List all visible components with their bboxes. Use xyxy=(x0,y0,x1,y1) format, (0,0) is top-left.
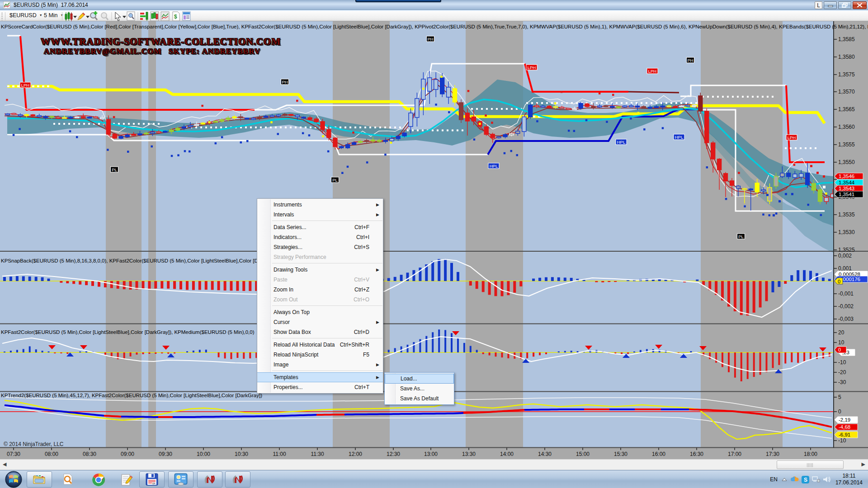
svg-text:10:30: 10:30 xyxy=(235,451,248,457)
svg-text:1,3555: 1,3555 xyxy=(838,141,855,148)
svg-text:5: 5 xyxy=(838,394,841,400)
svg-text:64: 64 xyxy=(152,482,156,485)
svg-text:10: 10 xyxy=(838,339,844,346)
svg-text:15:30: 15:30 xyxy=(614,451,627,457)
svg-text:17:00: 17:00 xyxy=(728,451,741,457)
svg-text:-2,19: -2,19 xyxy=(839,417,850,422)
svg-text:09:00: 09:00 xyxy=(121,451,134,457)
svg-text:PL: PL xyxy=(112,167,117,172)
svg-text:18:00: 18:00 xyxy=(804,451,817,457)
svg-text:1,3550: 1,3550 xyxy=(838,159,855,165)
svg-text:20: 20 xyxy=(838,329,844,336)
svg-text:0,002: 0,002 xyxy=(838,253,852,259)
svg-text:08:30: 08:30 xyxy=(83,451,96,457)
svg-text:HPL: HPL xyxy=(490,164,498,169)
svg-text:10:00: 10:00 xyxy=(197,451,210,457)
svg-text:11:30: 11:30 xyxy=(311,451,324,457)
svg-text:HPL: HPL xyxy=(675,135,683,140)
svg-text:16:30: 16:30 xyxy=(690,451,703,457)
svg-text:PL: PL xyxy=(738,234,744,239)
svg-text:1,3560: 1,3560 xyxy=(838,124,855,130)
svg-text:-0,001: -0,001 xyxy=(838,291,854,297)
svg-text:-4,68: -4,68 xyxy=(839,424,850,430)
svg-text:© 2014 NinjaTrader, LLC: © 2014 NinjaTrader, LLC xyxy=(4,441,64,447)
svg-text:S: S xyxy=(804,477,807,483)
svg-text:1,3541: 1,3541 xyxy=(839,192,854,197)
svg-text:16:00: 16:00 xyxy=(652,451,665,457)
svg-text:15:00: 15:00 xyxy=(576,451,590,457)
svg-text:0: 0 xyxy=(838,279,840,284)
svg-text:LPH: LPH xyxy=(648,69,657,74)
svg-text:LPH: LPH xyxy=(528,65,536,70)
svg-text:$: $ xyxy=(174,14,177,20)
svg-text:-0,002: -0,002 xyxy=(838,303,854,310)
svg-text:PH: PH xyxy=(687,58,693,63)
svg-text:HPL: HPL xyxy=(617,140,625,145)
svg-text:11:00: 11:00 xyxy=(273,451,286,457)
svg-text:1,3530: 1,3530 xyxy=(838,229,855,235)
svg-text:0: 0 xyxy=(838,347,841,352)
svg-text:-30: -30 xyxy=(838,379,846,385)
svg-text:07:30: 07:30 xyxy=(7,451,20,457)
svg-text:-10: -10 xyxy=(838,437,846,444)
svg-text:1,3535: 1,3535 xyxy=(838,211,855,218)
svg-text:1,3546: 1,3546 xyxy=(839,174,854,179)
svg-text:1,3544: 1,3544 xyxy=(839,180,855,185)
svg-text:12:30: 12:30 xyxy=(387,451,400,457)
svg-text:0: 0 xyxy=(838,408,841,415)
svg-text:1,3565: 1,3565 xyxy=(838,106,855,113)
svg-text:-0,003: -0,003 xyxy=(838,316,854,322)
svg-text:08:00: 08:00 xyxy=(45,451,58,457)
svg-text:1,3525: 1,3525 xyxy=(838,247,855,253)
svg-text:13:00: 13:00 xyxy=(424,451,438,457)
svg-text:-10: -10 xyxy=(838,359,846,366)
svg-text:-6,91: -6,91 xyxy=(839,432,850,437)
svg-text:0,001: 0,001 xyxy=(838,265,852,272)
svg-text:09:30: 09:30 xyxy=(159,451,172,457)
svg-text:LPH: LPH xyxy=(788,135,796,140)
svg-text:17:30: 17:30 xyxy=(766,451,779,457)
svg-text:-20: -20 xyxy=(838,369,846,375)
svg-text:14:30: 14:30 xyxy=(538,451,552,457)
svg-text:14:00: 14:00 xyxy=(500,451,514,457)
svg-text:PL: PL xyxy=(332,178,338,183)
svg-text:1,3570: 1,3570 xyxy=(838,89,855,95)
svg-text:1,3543: 1,3543 xyxy=(839,186,854,191)
svg-text:LPH: LPH xyxy=(21,83,30,88)
svg-text:12:00: 12:00 xyxy=(349,451,362,457)
svg-text:13:30: 13:30 xyxy=(462,451,476,457)
svg-text:PH: PH xyxy=(282,80,288,84)
svg-text:1,3575: 1,3575 xyxy=(838,71,855,78)
